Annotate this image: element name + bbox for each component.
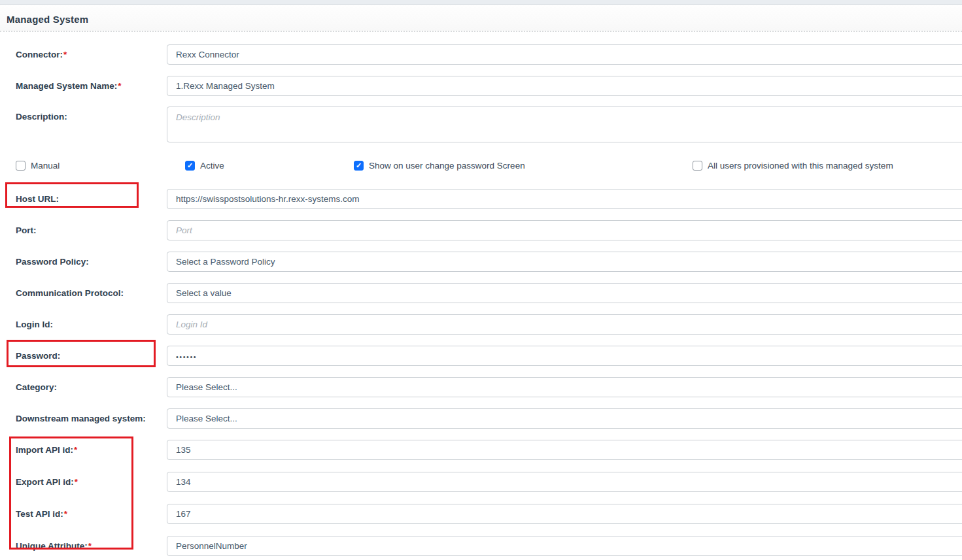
password-policy-label: Password Policy: xyxy=(16,257,89,267)
field-row-host-url: Host URL:https://swisspostsolutions-hr.r… xyxy=(0,189,962,209)
export-api-id-input[interactable]: 134 xyxy=(167,472,962,492)
field-row-description: Description:Description xyxy=(0,107,962,142)
downstream-managed-system-value: Please Select... xyxy=(176,414,237,423)
login-id-placeholder: Login Id xyxy=(176,320,207,329)
host-url-input[interactable]: https://swisspostsolutions-hr.rexx-syste… xyxy=(167,189,962,209)
password-input[interactable]: •••••• xyxy=(167,346,962,366)
description-input[interactable]: Description xyxy=(167,107,962,142)
communication-protocol-label: Communication Protocol: xyxy=(16,288,124,298)
field-row-login-id: Login Id:Login Id xyxy=(0,314,962,335)
connector-label: Connector: xyxy=(16,50,63,59)
field-label-cell: Description: xyxy=(0,107,167,122)
required-asterisk: * xyxy=(118,81,121,91)
export-api-id-value: 134 xyxy=(176,477,191,487)
description-label: Description: xyxy=(16,112,67,122)
checkbox-unchecked-icon[interactable] xyxy=(16,161,26,171)
connector-value: Rexx Connector xyxy=(176,50,239,59)
field-row-communication-protocol: Communication Protocol:Select a value xyxy=(0,283,962,303)
password-value: •••••• xyxy=(176,351,197,361)
export-api-id-label: Export API id: xyxy=(16,477,74,487)
password-policy-value: Select a Password Policy xyxy=(176,257,275,267)
field-label-cell: Downstream managed system: xyxy=(0,408,167,424)
checkbox-show-on-user-change-password[interactable]: ✓Show on user change password Screen xyxy=(354,159,525,171)
unique-attribute-value: PersonnelNumber xyxy=(176,541,247,551)
field-row-test-api-id: Test API id:*167 xyxy=(0,504,962,524)
unique-attribute-label: Unique Attribute: xyxy=(16,541,88,551)
password-label: Password: xyxy=(16,351,60,361)
field-label-cell: Login Id: xyxy=(0,314,167,330)
category-label: Category: xyxy=(16,382,57,392)
field-row-unique-attribute: Unique Attribute:*PersonnelNumber xyxy=(0,536,962,556)
required-asterisk: * xyxy=(63,50,67,59)
checkbox-label-show-on-user-change-password: Show on user change password Screen xyxy=(369,161,525,171)
field-label-cell: Host URL: xyxy=(0,189,167,205)
managed-system-name-input[interactable]: 1.Rexx Managed System xyxy=(167,76,962,96)
port-input[interactable]: Port xyxy=(167,220,962,240)
field-row-connector: Connector:*Rexx Connector xyxy=(0,44,962,65)
category-select[interactable]: Please Select... xyxy=(167,377,962,397)
host-url-label: Host URL: xyxy=(16,194,59,204)
required-asterisk: * xyxy=(88,541,92,551)
field-row-password-policy: Password Policy:Select a Password Policy xyxy=(0,252,962,272)
password-policy-select[interactable]: Select a Password Policy xyxy=(167,252,962,272)
field-label-cell: Managed System Name:* xyxy=(0,76,167,91)
downstream-managed-system-select[interactable]: Please Select... xyxy=(167,408,962,429)
required-asterisk: * xyxy=(75,477,78,487)
field-label-cell: Category: xyxy=(0,377,167,393)
import-api-id-label: Import API id: xyxy=(16,445,73,455)
unique-attribute-input[interactable]: PersonnelNumber xyxy=(167,536,962,556)
page-top-strip xyxy=(0,0,962,5)
field-row-port: Port:Port xyxy=(0,220,962,240)
field-label-cell: Unique Attribute:* xyxy=(0,536,167,552)
test-api-id-input[interactable]: 167 xyxy=(167,504,962,524)
category-value: Please Select... xyxy=(176,382,237,392)
test-api-id-value: 167 xyxy=(176,509,191,519)
field-label-cell: Export API id:* xyxy=(0,472,167,487)
panel-header: Managed System xyxy=(0,5,962,32)
port-placeholder: Port xyxy=(176,225,192,235)
connector-select[interactable]: Rexx Connector xyxy=(167,44,962,65)
login-id-input[interactable]: Login Id xyxy=(167,314,962,335)
page-title: Managed System xyxy=(7,14,88,25)
port-label: Port: xyxy=(16,225,37,235)
communication-protocol-select[interactable]: Select a value xyxy=(167,283,962,303)
checkbox-checked-icon[interactable]: ✓ xyxy=(354,161,364,171)
downstream-managed-system-label: Downstream managed system: xyxy=(16,414,146,423)
managed-system-name-label: Managed System Name: xyxy=(16,81,117,91)
import-api-id-input[interactable]: 135 xyxy=(167,440,962,460)
checkbox-label-manual: Manual xyxy=(31,161,60,171)
field-row-category: Category:Please Select... xyxy=(0,377,962,397)
checkbox-label-active: Active xyxy=(200,161,224,171)
checkbox-manual[interactable]: Manual xyxy=(16,159,60,171)
field-label-cell: Port: xyxy=(0,220,167,236)
import-api-id-value: 135 xyxy=(176,445,191,455)
field-label-cell: Password Policy: xyxy=(0,252,167,267)
field-row-downstream-managed-system: Downstream managed system:Please Select.… xyxy=(0,408,962,429)
checkbox-unchecked-icon[interactable] xyxy=(693,161,702,171)
communication-protocol-value: Select a value xyxy=(176,288,232,298)
field-label-cell: Communication Protocol: xyxy=(0,283,167,299)
field-label-cell: Test API id:* xyxy=(0,504,167,519)
required-asterisk: * xyxy=(64,509,67,519)
field-label-cell: Import API id:* xyxy=(0,440,167,455)
managed-system-name-value: 1.Rexx Managed System xyxy=(176,81,275,91)
field-row-export-api-id: Export API id:*134 xyxy=(0,472,962,492)
checkbox-active[interactable]: ✓Active xyxy=(185,159,224,171)
description-placeholder: Description xyxy=(176,112,220,122)
test-api-id-label: Test API id: xyxy=(16,509,63,519)
field-label-cell: Connector:* xyxy=(0,44,167,60)
checkbox-label-all-users-provisioned: All users provisioned with this managed … xyxy=(708,161,893,171)
field-row-import-api-id: Import API id:*135 xyxy=(0,440,962,460)
field-label-cell: Password: xyxy=(0,346,167,361)
login-id-label: Login Id: xyxy=(16,320,53,329)
field-row-password: Password:•••••• xyxy=(0,346,962,366)
field-row-managed-system-name: Managed System Name:*1.Rexx Managed Syst… xyxy=(0,76,962,96)
required-asterisk: * xyxy=(74,445,77,455)
host-url-value: https://swisspostsolutions-hr.rexx-syste… xyxy=(176,194,360,204)
checkbox-all-users-provisioned[interactable]: All users provisioned with this managed … xyxy=(693,159,893,171)
checkbox-checked-icon[interactable]: ✓ xyxy=(185,161,195,171)
